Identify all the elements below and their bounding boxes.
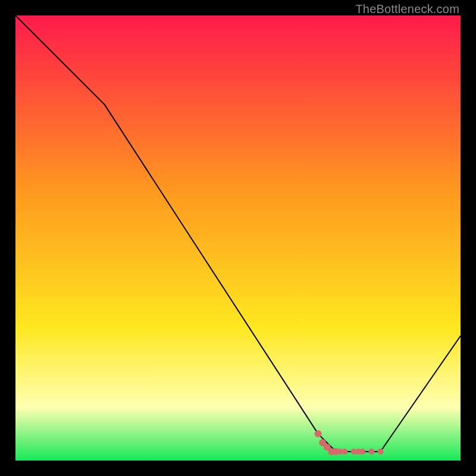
highlight-dot: [355, 449, 361, 455]
highlight-dot: [337, 449, 343, 455]
highlight-dot: [324, 444, 331, 451]
highlight-dot: [319, 439, 326, 446]
highlight-dot: [315, 430, 322, 437]
highlight-dot: [377, 449, 383, 455]
highlight-dot: [328, 448, 335, 455]
highlight-dot: [351, 449, 357, 455]
highlight-dot: [368, 449, 374, 455]
highlight-dot: [333, 448, 340, 455]
watermark-text: TheBottleneck.com: [355, 2, 459, 16]
bottleneck-curve: [15, 15, 461, 461]
bottleneck-curve-path: [15, 15, 461, 452]
chart-frame: TheBottleneck.com: [0, 0, 476, 476]
highlight-dot: [359, 449, 365, 455]
highlight-dot: [342, 449, 348, 455]
plot-area: [15, 15, 461, 461]
